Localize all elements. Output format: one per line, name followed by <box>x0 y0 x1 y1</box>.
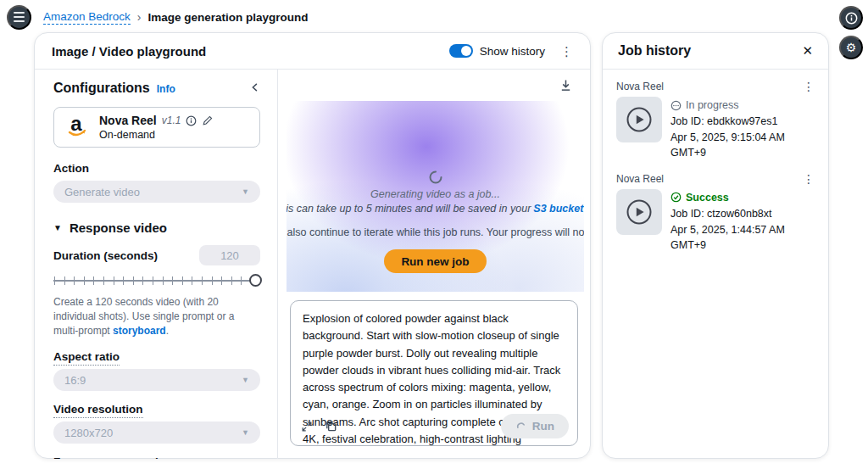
gear-icon: ⚙ <box>846 41 857 54</box>
job-video-thumbnail[interactable] <box>616 97 662 142</box>
chevron-down-icon: ▼ <box>242 428 249 437</box>
show-history-toggle[interactable] <box>449 44 473 58</box>
configurations-panel: Configurations Info a Nova Reel v1.1 <box>35 70 278 459</box>
chevron-down-icon: ▼ <box>242 187 249 196</box>
show-history-label: Show history <box>480 45 545 58</box>
loading-spinner-icon <box>429 170 442 184</box>
info-fab-button[interactable] <box>839 6 863 30</box>
breadcrumb-current-page: Image generation playground <box>147 11 308 24</box>
expand-icon[interactable] <box>301 421 313 433</box>
video-resolution-label-text: Video resolution <box>53 403 143 418</box>
job-history-entry: Nova Reel ⋮ In progress <box>616 80 815 161</box>
iterate-message: You can also continue to iterate while t… <box>287 226 584 240</box>
chevron-down-icon: ▼ <box>242 376 249 384</box>
storyboard-link[interactable]: storyboard <box>113 325 166 337</box>
slider-track <box>53 280 260 282</box>
job-history-entry: Nova Reel ⋮ Success <box>616 172 815 254</box>
run-button-label: Run <box>532 420 554 433</box>
job-id: Job ID: ctzow60nb8xt <box>670 206 815 221</box>
section-expand-caret-icon: ▼ <box>53 223 62 232</box>
video-resolution-value: 1280x720 <box>64 427 113 439</box>
model-version: v1.1 <box>162 114 181 126</box>
amazon-logo-icon: a <box>64 114 90 140</box>
collapse-panel-chevron-icon[interactable] <box>250 82 260 95</box>
model-info-icon[interactable] <box>186 115 197 126</box>
video-resolution-label: Video resolution <box>53 403 260 416</box>
iterate-message-clip: You can also continue to iterate while t… <box>287 226 584 240</box>
job-history-title: Job history <box>618 43 691 59</box>
duration-help-text: Create a 120 seconds video (with 20 indi… <box>53 295 260 338</box>
aspect-ratio-label-text: Aspect ratio <box>53 350 120 366</box>
job-video-thumbnail[interactable] <box>616 189 662 235</box>
job-model-name: Nova Reel <box>616 81 664 92</box>
job-history-panel: Job history ✕ Nova Reel ⋮ <box>602 32 829 459</box>
s3-bucket-link[interactable]: S3 bucket <box>533 203 583 215</box>
slider-handle[interactable] <box>249 274 262 287</box>
response-video-title: Response video <box>70 221 167 235</box>
play-icon <box>626 198 653 226</box>
aspect-ratio-select[interactable]: 16:9 ▼ <box>53 369 260 391</box>
duration-slider[interactable] <box>53 273 260 288</box>
copy-icon[interactable] <box>325 420 337 433</box>
job-timestamp: Apr 5, 2025, 1:44:57 AM GMT+9 <box>670 222 815 253</box>
top-navigation-bar: Amazon Bedrock › Image generation playgr… <box>0 0 868 34</box>
run-spinner-icon <box>515 421 526 432</box>
playground-panel: Image / Video playground Show history ⋮ … <box>34 32 591 459</box>
duration-input[interactable] <box>199 245 260 265</box>
in-progress-icon <box>670 100 682 111</box>
job-timestamp: Apr 5, 2025, 9:15:04 AM GMT+9 <box>670 130 815 160</box>
edit-model-pencil-icon[interactable] <box>202 115 213 126</box>
close-icon[interactable]: ✕ <box>802 43 813 59</box>
action-select[interactable]: Generate video ▼ <box>53 181 260 203</box>
breadcrumb: Amazon Bedrock › Image generation playgr… <box>43 10 309 25</box>
action-select-value: Generate video <box>64 186 140 198</box>
configurations-title: Configurations <box>53 81 150 96</box>
job-status-text: In progress <box>686 98 739 113</box>
run-new-job-button[interactable]: Run new job <box>384 249 486 273</box>
run-button[interactable]: Run <box>501 414 569 438</box>
job-id: Job ID: ebdkkow97es1 <box>670 114 815 129</box>
settings-fab-button[interactable]: ⚙ <box>839 36 863 59</box>
job-status-text: Success <box>686 190 729 205</box>
duration-help-part2: . <box>166 325 169 337</box>
play-icon <box>626 106 653 133</box>
job-status: Success <box>670 190 815 205</box>
breadcrumb-link-amazon-bedrock[interactable]: Amazon Bedrock <box>43 10 131 25</box>
model-throughput: On-demand <box>99 129 213 141</box>
floating-action-column: ⚙ <box>839 6 863 59</box>
model-name: Nova Reel <box>99 114 157 127</box>
info-icon <box>845 12 858 25</box>
video-preview-panel: Generating video as a job... This can ta… <box>278 70 590 459</box>
breadcrumb-separator-icon: › <box>137 10 142 24</box>
job-model-name: Nova Reel <box>616 173 664 185</box>
playground-kebab-menu-icon[interactable]: ⋮ <box>560 45 573 58</box>
aspect-ratio-label: Aspect ratio <box>53 350 260 363</box>
response-video-section-toggle[interactable]: ▼ Response video <box>53 221 260 235</box>
success-check-icon <box>670 192 682 203</box>
prompt-actions-bar: Run <box>301 414 569 438</box>
job-kebab-menu-icon[interactable]: ⋮ <box>803 172 815 186</box>
svg-text:a: a <box>70 114 82 135</box>
download-icon[interactable] <box>559 79 572 94</box>
status-detail-prefix: This can take up to 5 minutes and will b… <box>287 203 531 215</box>
job-status: In progress <box>670 98 815 113</box>
action-label: Action <box>53 162 260 175</box>
duration-label: Duration (seconds) <box>53 249 158 262</box>
generation-status-area: Generating video as a job... This can ta… <box>287 101 584 292</box>
hamburger-menu-icon[interactable] <box>7 5 31 30</box>
fps-label: Frames per second <box>53 455 260 459</box>
generating-status-text: Generating video as a job... <box>370 188 500 200</box>
configurations-info-link[interactable]: Info <box>157 83 175 95</box>
prompt-input-box[interactable]: Explosion of colored powder against blac… <box>290 300 578 446</box>
video-resolution-select[interactable]: 1280x720 ▼ <box>53 422 260 444</box>
aspect-ratio-value: 16:9 <box>64 374 86 387</box>
status-detail-text: This can take up to 5 minutes and will b… <box>287 203 584 215</box>
page-title: Image / Video playground <box>52 44 206 59</box>
playground-header: Image / Video playground Show history ⋮ <box>35 33 590 70</box>
job-kebab-menu-icon[interactable]: ⋮ <box>803 80 815 93</box>
model-selector-card[interactable]: a Nova Reel v1.1 On-de <box>53 107 260 148</box>
